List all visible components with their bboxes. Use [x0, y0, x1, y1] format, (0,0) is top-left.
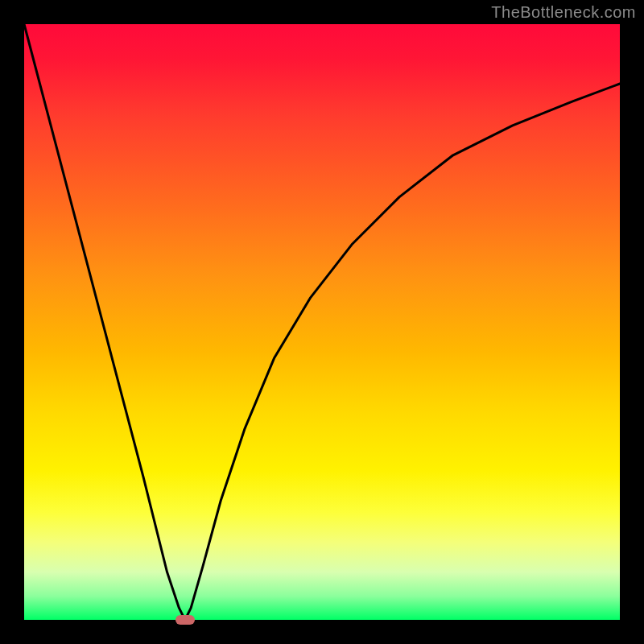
bottleneck-curve [24, 24, 620, 620]
watermark-text: TheBottleneck.com [491, 3, 636, 22]
minimum-marker [175, 615, 195, 625]
plot-area [24, 24, 620, 620]
chart-frame: TheBottleneck.com [0, 0, 644, 644]
